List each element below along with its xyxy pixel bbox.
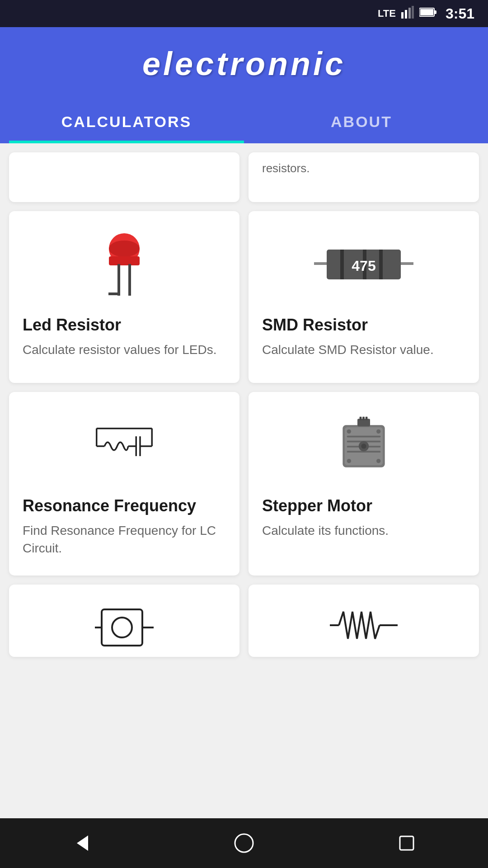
- partial-cards-row: resistors.: [9, 152, 479, 202]
- battery-icon: [419, 7, 436, 20]
- led-resistor-desc: Calculate resistor values for LEDs.: [23, 341, 217, 359]
- smd-resistor-card[interactable]: 475 SMD Resistor Calculate SMD Resistor …: [249, 211, 479, 383]
- svg-rect-31: [347, 436, 381, 438]
- svg-point-39: [347, 459, 351, 463]
- partial-card-right[interactable]: resistors.: [249, 152, 479, 202]
- bottom-left-card[interactable]: [9, 585, 239, 657]
- header: electronnic CALCULATORS ABOUT: [0, 27, 488, 143]
- bottom-right-card[interactable]: [249, 585, 479, 657]
- back-button[interactable]: [63, 825, 99, 861]
- capacitor-icon: [23, 603, 226, 652]
- svg-point-52: [235, 834, 253, 852]
- svg-marker-51: [77, 835, 88, 851]
- svg-rect-42: [360, 417, 362, 420]
- svg-text:475: 475: [352, 258, 375, 274]
- svg-rect-2: [408, 8, 411, 19]
- stepper-icon: [262, 410, 465, 482]
- partial-right-text: resistors.: [262, 161, 310, 175]
- svg-rect-1: [405, 10, 407, 19]
- svg-rect-5: [420, 9, 433, 15]
- svg-rect-10: [117, 264, 120, 296]
- content-area: resistors. Led Re: [0, 143, 488, 666]
- svg-rect-20: [401, 262, 413, 265]
- resonance-frequency-title: Resonance Frequency: [23, 496, 196, 515]
- svg-point-37: [347, 429, 351, 434]
- svg-point-8: [109, 241, 140, 257]
- stepper-motor-title: Stepper Motor: [262, 496, 372, 515]
- svg-rect-3: [412, 6, 414, 19]
- partial-card-left[interactable]: [9, 152, 239, 202]
- resonance-icon: [23, 410, 226, 482]
- navigation-bar: [0, 818, 488, 868]
- resonance-frequency-desc: Find Resonance Frequency for LC Circuit.: [23, 522, 226, 557]
- svg-rect-9: [109, 256, 140, 265]
- smd-resistor-desc: Calculate SMD Resistor value.: [262, 341, 434, 359]
- led-resistor-icon: [23, 229, 226, 302]
- time-display: 3:51: [446, 5, 474, 22]
- led-resistor-title: Led Resistor: [23, 315, 121, 335]
- svg-rect-6: [434, 10, 436, 14]
- svg-rect-43: [362, 417, 365, 420]
- svg-rect-44: [366, 417, 368, 420]
- resonance-frequency-card[interactable]: Resonance Frequency Find Resonance Frequ…: [9, 392, 239, 576]
- stepper-motor-card[interactable]: Stepper Motor Calculate its functions.: [249, 392, 479, 576]
- tab-calculators[interactable]: CALCULATORS: [9, 100, 244, 143]
- status-icons: LTE 3:51: [378, 5, 474, 22]
- home-button[interactable]: [226, 825, 262, 861]
- status-bar: LTE 3:51: [0, 0, 488, 27]
- svg-point-38: [376, 429, 380, 434]
- recent-button[interactable]: [389, 825, 425, 861]
- signal-icon: [401, 6, 414, 21]
- svg-point-46: [112, 618, 132, 637]
- stepper-motor-desc: Calculate its functions.: [262, 522, 389, 539]
- smd-resistor-icon: 475: [262, 229, 465, 302]
- svg-point-36: [361, 443, 366, 448]
- calculator-grid: Led Resistor Calculate resistor values f…: [9, 211, 479, 657]
- svg-rect-0: [401, 12, 404, 19]
- tab-about[interactable]: ABOUT: [244, 100, 479, 143]
- svg-rect-12: [108, 292, 120, 295]
- app-title: electronnic: [142, 45, 346, 82]
- svg-rect-53: [400, 836, 413, 850]
- tabs: CALCULATORS ABOUT: [9, 100, 479, 143]
- svg-rect-11: [128, 264, 131, 296]
- svg-rect-13: [314, 262, 327, 265]
- smd-resistor-title: SMD Resistor: [262, 315, 368, 335]
- svg-rect-45: [102, 609, 142, 646]
- led-resistor-card[interactable]: Led Resistor Calculate resistor values f…: [9, 211, 239, 383]
- svg-point-40: [376, 459, 380, 463]
- zigzag-resistor-icon: [262, 603, 465, 648]
- lte-icon: LTE: [378, 8, 396, 19]
